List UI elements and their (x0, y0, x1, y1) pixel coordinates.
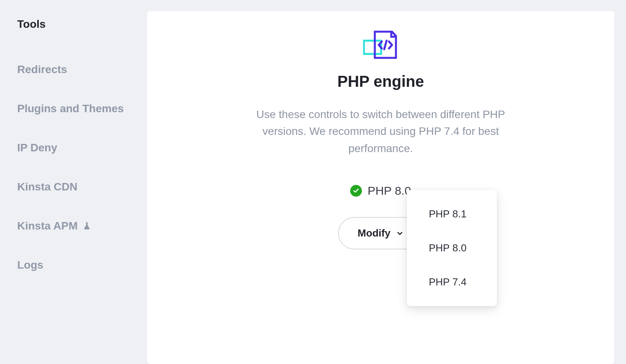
sidebar-item-tools[interactable]: Tools (17, 16, 130, 50)
dropdown-option-php-8-0[interactable]: PHP 8.0 (407, 231, 497, 265)
php-engine-icon (363, 30, 398, 61)
dropdown-option-label: PHP 8.0 (429, 242, 466, 254)
sidebar-item-label: Redirects (17, 63, 67, 76)
card-description: Use these controls to switch between dif… (236, 106, 525, 157)
sidebar-item-plugins-themes[interactable]: Plugins and Themes (17, 89, 130, 128)
sidebar-item-ip-deny[interactable]: IP Deny (17, 128, 130, 167)
sidebar-item-redirects[interactable]: Redirects (17, 50, 130, 89)
sidebar-item-kinsta-cdn[interactable]: Kinsta CDN (17, 167, 130, 206)
dropdown-option-label: PHP 8.1 (429, 208, 466, 220)
svg-line-1 (384, 41, 387, 49)
php-engine-card: PHP engine Use these controls to switch … (147, 11, 614, 364)
check-circle-icon (350, 185, 362, 197)
current-version-row: PHP 8.0 (350, 184, 411, 197)
sidebar-item-label: Tools (17, 18, 46, 30)
sidebar-item-label: Kinsta APM (17, 220, 78, 232)
dropdown-option-php-7-4[interactable]: PHP 7.4 (407, 265, 497, 299)
sidebar-item-logs[interactable]: Logs (17, 246, 130, 285)
sidebar: Tools Redirects Plugins and Themes IP De… (0, 0, 147, 364)
current-version-label: PHP 8.0 (367, 184, 411, 197)
sidebar-item-label: Plugins and Themes (17, 102, 124, 115)
sidebar-item-label: Kinsta CDN (17, 181, 77, 193)
dropdown-option-label: PHP 7.4 (429, 276, 466, 288)
sidebar-item-label: Logs (17, 259, 43, 271)
svg-rect-0 (364, 41, 381, 54)
flask-icon (83, 221, 91, 231)
php-version-dropdown: PHP 8.1 PHP 8.0 PHP 7.4 (407, 190, 497, 306)
modify-button-label: Modify (358, 227, 390, 239)
sidebar-item-label: IP Deny (17, 142, 57, 154)
card-title: PHP engine (337, 73, 424, 90)
main-content: PHP engine Use these controls to switch … (147, 0, 626, 364)
dropdown-option-php-8-1[interactable]: PHP 8.1 (407, 197, 497, 231)
sidebar-item-kinsta-apm[interactable]: Kinsta APM (17, 206, 130, 246)
chevron-down-icon (396, 230, 404, 237)
